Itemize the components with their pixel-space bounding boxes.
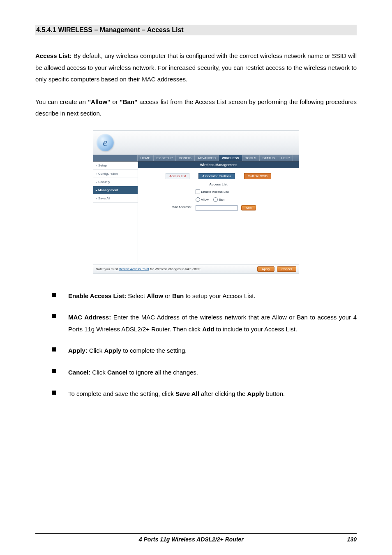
add-button[interactable]: Add xyxy=(241,205,256,210)
allow-term: "Allow" xyxy=(88,98,110,105)
tab-home[interactable]: HOME xyxy=(137,155,153,161)
cancel-button[interactable]: Cancel xyxy=(277,266,296,272)
document-page-number: 130 xyxy=(347,536,357,543)
panel-title: Access List xyxy=(138,181,299,190)
ban-radio[interactable] xyxy=(213,197,218,202)
sidebar-item-security[interactable]: Security xyxy=(93,178,138,186)
tab-wireless[interactable]: WIRELESS xyxy=(219,155,242,161)
sub-tab-bar: Access List Associated Stations Multiple… xyxy=(138,168,299,181)
main-panel: Wireless Management Access List Associat… xyxy=(138,162,299,264)
spacer-lbl xyxy=(142,190,196,194)
tab-tools[interactable]: TOOLS xyxy=(242,155,259,161)
document-footer: 4 Ports 11g Wireless ADSL2/2+ Router 130 xyxy=(35,533,357,543)
access-list-label: Access List: xyxy=(35,52,72,59)
spacer-lbl-2 xyxy=(142,197,196,202)
mac-address-input[interactable] xyxy=(196,205,238,211)
tab-config[interactable]: CONFIG xyxy=(175,155,194,161)
bullet-cancel: Cancel: Click Cancel to ignore all the c… xyxy=(52,367,357,379)
restart-access-point-link[interactable]: Restart Access Point xyxy=(119,267,149,271)
document-footer-title: 4 Ports 11g Wireless ADSL2/2+ Router xyxy=(35,536,347,543)
tab-status[interactable]: STATUS xyxy=(259,155,278,161)
top-tab-bar: HOME EZ SETUP CONFIG ADVANCED WIRELESS T… xyxy=(93,155,299,162)
sidebar-item-save-all[interactable]: Save All xyxy=(93,194,138,203)
bullet-enable-access-list: Enable Access List: Select Allow or Ban … xyxy=(52,290,357,302)
bullet-save-all: To complete and save the setting, click … xyxy=(52,388,357,400)
sidebar-item-setup[interactable]: Setup xyxy=(93,162,138,170)
ban-radio-label: Ban xyxy=(219,197,224,201)
subtab-access-list[interactable]: Access List xyxy=(166,173,189,179)
section-heading: 4.5.4.1 WIRELESS – Management – Access L… xyxy=(35,25,357,35)
router-header: e xyxy=(93,131,299,155)
router-footer: Note: you must Restart Access Point for … xyxy=(93,264,299,273)
intro-paragraph-1: Access List: By default, any wireless co… xyxy=(35,50,357,86)
instruction-list: Enable Access List: Select Allow or Ban … xyxy=(52,290,357,400)
subtab-associated-stations[interactable]: Associated Stations xyxy=(198,173,235,179)
ban-term: "Ban" xyxy=(120,98,138,105)
sidebar-item-management[interactable]: Management xyxy=(93,186,138,194)
router-screenshot: e HOME EZ SETUP CONFIG ADVANCED WIRELESS… xyxy=(93,130,299,274)
footer-note-pre: Note: you must xyxy=(96,267,119,271)
logo-icon: e xyxy=(97,134,114,151)
tab-filler xyxy=(293,155,299,161)
tab-help[interactable]: HELP xyxy=(278,155,293,161)
sidebar-item-configuration[interactable]: Configuration xyxy=(93,170,138,178)
allow-radio-label: Allow xyxy=(201,197,209,201)
allow-radio[interactable] xyxy=(196,197,200,202)
bullet-apply: Apply: Click Apply to complete the setti… xyxy=(52,345,357,357)
footer-note-post: for Wireless changes to take effect. xyxy=(149,267,201,271)
sidebar: Setup Configuration Security Management … xyxy=(93,162,138,264)
enable-access-list-checkbox[interactable] xyxy=(196,190,200,194)
tab-ezsetup[interactable]: EZ SETUP xyxy=(153,155,175,161)
tab-advanced[interactable]: ADVANCED xyxy=(194,155,219,161)
panel-banner: Wireless Management xyxy=(138,162,299,168)
mac-address-label: Mac Address: xyxy=(142,205,196,211)
access-list-form: Enable Access List Allow Ban Mac Address… xyxy=(138,190,299,211)
intro-paragraph-2: You can create an "Allow" or "Ban" acces… xyxy=(35,96,357,120)
tab-spacer xyxy=(93,155,137,161)
logo-letter: e xyxy=(97,134,114,151)
apply-button[interactable]: Apply xyxy=(257,266,274,272)
enable-access-list-label: Enable Access List xyxy=(201,190,228,193)
bullet-mac-address: MAC Address: Enter the MAC Address of th… xyxy=(52,312,357,335)
intro-paragraph-1-text: By default, any wireless computer that i… xyxy=(35,52,357,83)
subtab-multiple-ssid[interactable]: Multiple SSID xyxy=(244,173,271,179)
